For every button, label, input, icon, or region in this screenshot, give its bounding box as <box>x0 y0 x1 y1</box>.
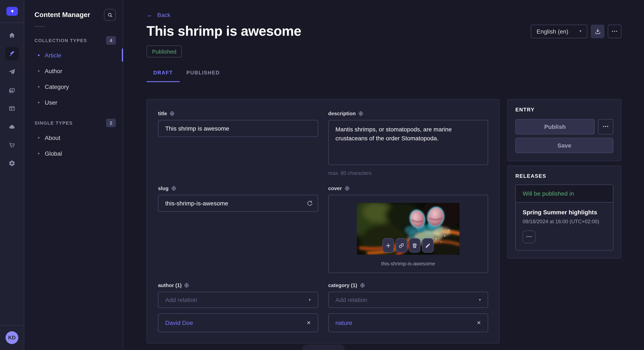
more-actions-button[interactable]: ••• <box>608 24 622 38</box>
save-button[interactable]: Save <box>515 138 613 153</box>
category-relation-combobox[interactable]: Add relation ▾ <box>328 292 488 308</box>
search-button[interactable] <box>104 9 116 21</box>
release-date: 09/18/2024 at 16:00 (UTC+02:00) <box>522 219 606 224</box>
cover-media-card: this-shrimp-is-awesome <box>328 195 488 273</box>
cover-field-group: cover <box>328 185 488 273</box>
globe-icon <box>358 111 363 116</box>
globe-icon <box>170 111 175 116</box>
side-column: ENTRY Publish ••• Save RELEASES Will be … <box>507 99 622 259</box>
layout-icon <box>8 105 15 112</box>
content-manager-nav-item[interactable] <box>5 47 19 60</box>
bullet-icon <box>38 153 40 154</box>
plus-icon <box>386 243 391 248</box>
subnav-item-label: About <box>45 134 60 141</box>
images-icon <box>8 87 15 94</box>
user-avatar[interactable]: KD <box>6 331 18 344</box>
header-controls: English (en) ▾ ••• <box>531 24 622 38</box>
subnav-item-user[interactable]: User <box>24 94 123 110</box>
category-relation-link[interactable]: nature <box>336 319 352 326</box>
logo-container <box>0 0 24 23</box>
title-input[interactable] <box>158 120 318 137</box>
release-name: Spring Summer highlights <box>522 209 606 216</box>
cloud-icon <box>8 123 15 130</box>
author-relation-chip: David Doe × <box>158 313 318 332</box>
release-more-button[interactable]: ••• <box>522 230 536 243</box>
single-types-count-badge: 2 <box>106 119 116 127</box>
back-label: Back <box>157 11 170 18</box>
copy-link-button[interactable] <box>396 238 408 253</box>
tab-draft[interactable]: DRAFT <box>146 67 180 82</box>
home-nav-item[interactable] <box>5 28 19 42</box>
subnav-divider <box>34 26 45 27</box>
main-content: ← Back This shrimp is awesome English (e… <box>123 0 644 350</box>
author-label-row: author (1) <box>158 282 318 288</box>
tab-published[interactable]: PUBLISHED <box>180 67 226 82</box>
remove-author-relation-button[interactable]: × <box>307 319 311 326</box>
export-button[interactable] <box>591 24 604 38</box>
collection-types-label: COLLECTION TYPES <box>34 38 87 43</box>
app-shell: KD Content Manager COLLECTION TYPES 4 Ar… <box>0 0 644 350</box>
title-row: This shrimp is awesome English (en) ▾ ••… <box>146 23 622 39</box>
collection-types-section: COLLECTION TYPES 4 Article Author Catego… <box>24 34 123 110</box>
publish-button[interactable]: Publish <box>515 119 594 134</box>
media-library-nav-item[interactable] <box>5 83 19 97</box>
regenerate-slug-button[interactable] <box>306 200 313 206</box>
bullet-icon <box>38 54 40 56</box>
trash-icon <box>412 243 418 248</box>
releases-panel: RELEASES Will be published in Spring Sum… <box>507 166 622 259</box>
content-type-builder-nav-item[interactable] <box>5 102 19 115</box>
bullet-icon <box>38 70 40 72</box>
home-icon <box>8 32 15 39</box>
entry-actions: Publish ••• <box>515 119 613 134</box>
title-label-row: title <box>158 111 318 117</box>
paper-plane-icon <box>8 68 15 75</box>
add-media-button[interactable] <box>383 238 394 253</box>
main-nav-rail: KD <box>0 0 24 350</box>
category-label-row: category (1) <box>328 282 488 288</box>
cover-filename: this-shrimp-is-awesome <box>381 261 435 267</box>
back-arrow-icon: ← <box>146 11 153 18</box>
subnav-item-category[interactable]: Category <box>24 79 123 94</box>
author-relation-combobox[interactable]: Add relation ▾ <box>158 292 318 308</box>
author-field-group: author (1) Add relation ▾ David Doe × <box>158 282 318 332</box>
back-link[interactable]: ← Back <box>146 11 170 18</box>
single-types-label: SINGLE TYPES <box>34 120 72 126</box>
cover-field-label: cover <box>328 185 342 191</box>
slug-input[interactable] <box>158 195 318 212</box>
bullet-icon <box>38 101 40 103</box>
releases-nav-item[interactable] <box>5 65 19 79</box>
subnav-item-author[interactable]: Author <box>24 63 123 79</box>
subnav-item-about[interactable]: About <box>24 130 123 146</box>
locale-select[interactable]: English (en) ▾ <box>531 24 587 38</box>
strapi-logo[interactable] <box>6 7 18 16</box>
entry-more-button[interactable]: ••• <box>598 119 613 134</box>
description-textarea[interactable]: Mantis shrimps, or stomatopods, are mari… <box>328 120 488 165</box>
cover-image[interactable] <box>357 203 460 255</box>
author-relation-link[interactable]: David Doe <box>165 319 193 326</box>
subnav-item-global[interactable]: Global <box>24 146 123 161</box>
chevron-down-icon: ▾ <box>580 29 582 33</box>
entry-panel: ENTRY Publish ••• Save <box>507 99 622 161</box>
cart-icon <box>8 142 15 149</box>
author-field-label: author (1) <box>158 282 182 288</box>
settings-nav-item[interactable] <box>5 157 19 170</box>
download-icon <box>594 28 601 34</box>
rail-footer: KD <box>0 325 24 350</box>
edit-media-button[interactable] <box>422 238 434 253</box>
marketplace-nav-item[interactable] <box>5 138 19 152</box>
deploy-nav-item[interactable] <box>5 120 19 134</box>
link-icon <box>399 243 404 248</box>
remove-category-relation-button[interactable]: × <box>477 319 481 326</box>
subnav-item-article[interactable]: Article <box>24 47 123 63</box>
bullet-icon <box>38 86 40 87</box>
globe-icon <box>184 283 189 288</box>
category-relation-chip: nature × <box>328 313 488 332</box>
delete-media-button[interactable] <box>409 238 420 253</box>
release-body: Spring Summer highlights 09/18/2024 at 1… <box>516 202 613 250</box>
pencil-icon <box>425 243 431 248</box>
entry-panel-title: ENTRY <box>515 107 613 113</box>
more-dots-icon: ••• <box>611 29 618 33</box>
category-field-group: category (1) Add relation ▾ nature × <box>328 282 488 332</box>
rail-items <box>5 28 19 170</box>
chevron-down-icon: ▾ <box>479 298 481 302</box>
